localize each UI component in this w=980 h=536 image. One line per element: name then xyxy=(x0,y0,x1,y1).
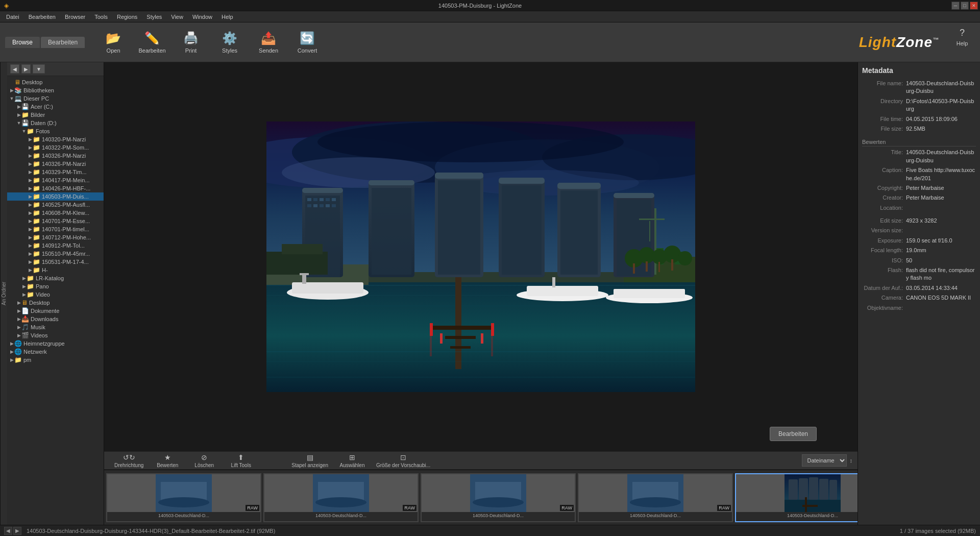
tree-item-bibliotheken[interactable]: ▶ 📚 Bibliotheken xyxy=(7,86,104,94)
arrow-icon: ▶ xyxy=(9,357,14,362)
help-button[interactable]: ? Help xyxy=(949,28,975,46)
status-nav-right[interactable]: ▶ xyxy=(13,527,21,535)
an-ordner-panel[interactable]: An Ordner xyxy=(0,62,7,525)
menu-help[interactable]: Help xyxy=(217,13,237,21)
meta-val: D:\Fotos\140503-PM-Duisburg xyxy=(906,98,976,113)
tree-item-140712[interactable]: ▶ 📁 140712-PM-Hohe... xyxy=(7,233,104,241)
loschen-tool[interactable]: ⊘ Löschen xyxy=(186,452,222,469)
auswahlen-tool[interactable]: ⊞ Auswählen xyxy=(334,452,370,469)
tree-item-140329[interactable]: ▶ 📁 140329-PM-Tim... xyxy=(7,168,104,176)
tree-item-140525[interactable]: ▶ 📁 140525-PM-Ausfl... xyxy=(7,201,104,209)
size-label: Größe der Vorschaubi... xyxy=(376,462,430,468)
tab-bearbeiten[interactable]: Bearbeiten xyxy=(41,37,85,48)
drehrichtung-tool[interactable]: ↺↻ Drehrichtung xyxy=(109,452,149,469)
thumbnail-item[interactable]: RAW 140503-Deutschland-D... xyxy=(263,473,419,522)
open-icon: 📂 xyxy=(106,31,121,45)
folder-icon: 📁 xyxy=(33,160,40,167)
styles-button[interactable]: ⚙️ Styles xyxy=(211,26,248,59)
tree-item-140417[interactable]: ▶ 📁 140417-PM-Mein... xyxy=(7,176,104,184)
tree-label: Desktop xyxy=(22,79,42,85)
tree-label: Bibliotheken xyxy=(23,87,54,93)
tree-item-140326a[interactable]: ▶ 📁 140326-PM-Narzi xyxy=(7,152,104,160)
tree-item-pano[interactable]: ▶ 📁 Pano xyxy=(7,282,104,290)
thumbnail-image: RAW xyxy=(107,474,260,512)
sort-select[interactable]: Dateiname Datum Größe Typ xyxy=(802,454,847,467)
tree-item-heimnetzgruppe[interactable]: ▶ 🌐 Heimnetzgruppe xyxy=(7,339,104,348)
senden-button[interactable]: 📤 Senden xyxy=(250,26,287,59)
arrow-icon: ▶ xyxy=(28,178,33,183)
tree-item-acer[interactable]: ▶ 💾 Acer (C:) xyxy=(7,103,104,111)
tree-item-150531[interactable]: ▶ 📁 150531-PM-17-4... xyxy=(7,258,104,266)
thumbnail-item[interactable]: RAW 140503-Deutschland-D... xyxy=(578,473,733,522)
tree-item-140326b[interactable]: ▶ 📁 140326-PM-Narzi xyxy=(7,160,104,168)
tree-item-downloads[interactable]: ▶ 📥 Downloads xyxy=(7,315,104,323)
tree-item-lr-katalog[interactable]: ▶ 📁 LR-Katalog xyxy=(7,274,104,282)
thumbnail-item[interactable]: TIFF 140503-Deutschland-D... xyxy=(735,473,857,522)
tree-item-bilder[interactable]: ▶ 📁 Bilder xyxy=(7,111,104,119)
nav-forward-button[interactable]: ▶ xyxy=(21,64,31,74)
menu-tools[interactable]: Tools xyxy=(90,13,112,21)
close-button[interactable]: ✕ xyxy=(970,2,978,10)
tree-item-video[interactable]: ▶ 📁 Video xyxy=(7,290,104,299)
convert-button[interactable]: 🔄 Convert xyxy=(289,26,326,59)
thumbnail-item[interactable]: RAW 140503-Deutschland-D... xyxy=(421,473,576,522)
tree-item-desktop[interactable]: 🖥 Desktop xyxy=(7,78,104,86)
bearbeiten-image-button[interactable]: Bearbeiten xyxy=(770,427,817,441)
nav-back-button[interactable]: ◀ xyxy=(10,64,19,74)
svg-rect-55 xyxy=(430,326,491,330)
meta-val: Peter Marbaise xyxy=(906,194,976,202)
lift-tools-tool[interactable]: ⬆ Lift Tools xyxy=(223,452,259,469)
minimize-button[interactable]: ─ xyxy=(951,2,960,10)
rotate-icon: ↺↻ xyxy=(123,453,135,461)
tree-item-dokumente[interactable]: ▶ 📄 Dokumente xyxy=(7,307,104,315)
meta-row-flash: Flash: flash did not fire, compulsory fl… xyxy=(862,266,976,282)
menu-regions[interactable]: Regions xyxy=(113,13,141,21)
tree-item-140503[interactable]: ▶ 📁 140503-PM-Duis... xyxy=(7,192,104,201)
tree-label: Video xyxy=(36,291,50,298)
tree-item-netzwerk[interactable]: ▶ 🌐 Netzwerk xyxy=(7,348,104,356)
tree-item-150510[interactable]: ▶ 📁 150510-PM-45mr... xyxy=(7,250,104,258)
arrow-icon: ▶ xyxy=(28,210,33,215)
tree-label: Desktop xyxy=(29,300,50,306)
tree-item-h[interactable]: ▶ 📁 H- xyxy=(7,266,104,274)
tree-item-140426[interactable]: ▶ 📁 140426-PM-HBF-... xyxy=(7,184,104,192)
menu-bearbeiten[interactable]: Bearbeiten xyxy=(24,13,60,21)
menu-view[interactable]: View xyxy=(167,13,187,21)
print-button[interactable]: 🖨️ Print xyxy=(173,26,209,59)
open-button[interactable]: 📂 Open xyxy=(95,26,132,59)
tree-item-140701a[interactable]: ▶ 📁 140701-PM-Esse... xyxy=(7,217,104,225)
tree-item-140322[interactable]: ▶ 📁 140322-PM-Som... xyxy=(7,143,104,152)
tree-item-140320[interactable]: ▶ 📁 140320-PM-Narzi xyxy=(7,135,104,143)
status-nav-left[interactable]: ◀ xyxy=(4,527,12,535)
tab-browse[interactable]: Browse xyxy=(5,37,40,48)
stapel-tool[interactable]: ▤ Stapel anzeigen xyxy=(286,452,333,469)
arrow-icon: ▶ xyxy=(21,292,27,297)
size-tool[interactable]: ⊡ Größe der Vorschaubi... xyxy=(371,452,435,469)
bewerten-tool[interactable]: ★ Bewerten xyxy=(150,452,185,469)
nav-menu-button[interactable]: ▼ xyxy=(33,64,45,74)
menu-window[interactable]: Window xyxy=(188,13,216,21)
window-title: 140503-PM-Duisburg - LightZone xyxy=(9,3,951,9)
thumbnail-item[interactable]: RAW 140503-Deutschland-D... xyxy=(106,473,261,522)
tree-item-140912[interactable]: ▶ 📁 140912-PM-Tol... xyxy=(7,241,104,250)
sort-direction-button[interactable]: ↕ xyxy=(850,457,853,464)
menu-browser[interactable]: Browser xyxy=(61,13,89,21)
maximize-button[interactable]: □ xyxy=(961,2,969,10)
tree-item-pm[interactable]: ▶ 📁 pm xyxy=(7,356,104,364)
menu-datei[interactable]: Datei xyxy=(2,13,23,21)
help-label: Help xyxy=(957,40,968,46)
tree-label: Daten (D:) xyxy=(31,120,57,126)
meta-row-datum: Datum der Auf.: 03.05.2014 14:33:44 xyxy=(862,284,976,292)
tree-item-videos[interactable]: ▶ 🎬 Videos xyxy=(7,331,104,339)
tree-item-140608[interactable]: ▶ 📁 140608-PM-Klew... xyxy=(7,209,104,217)
meta-row-camera: Camera: CANON EOS 5D MARK II xyxy=(862,294,976,302)
tree-label: 150531-PM-17-4... xyxy=(42,259,89,265)
bearbeiten-toolbar-button[interactable]: ✏️ Bearbeiten xyxy=(134,26,170,59)
tree-item-desktop2[interactable]: ▶ 🖥 Desktop xyxy=(7,299,104,307)
tree-item-fotos[interactable]: ▼ 📁 Fotos xyxy=(7,127,104,135)
tree-item-musik[interactable]: ▶ 🎵 Musik xyxy=(7,323,104,331)
tree-item-daten[interactable]: ▼ 💾 Daten (D:) xyxy=(7,119,104,127)
menu-styles[interactable]: Styles xyxy=(142,13,166,21)
tree-item-140701b[interactable]: ▶ 📁 140701-PM-timel... xyxy=(7,225,104,233)
tree-item-dieser-pc[interactable]: ▼ 💻 Dieser PC xyxy=(7,94,104,103)
